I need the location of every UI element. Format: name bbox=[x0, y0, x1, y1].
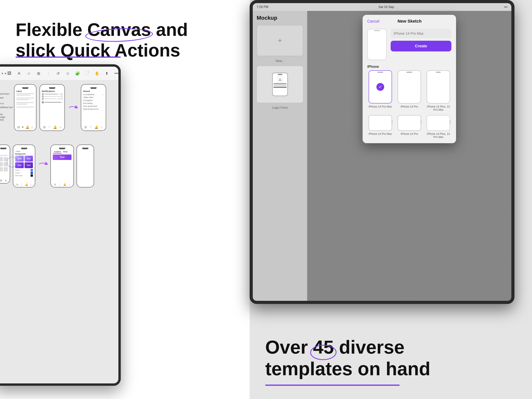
arrow-2 bbox=[38, 161, 48, 167]
ipad-right-device: 7:28 PM Sat 24 Sep ••• Mockup + New... bbox=[250, 0, 514, 304]
dialog-overlay: Cancel New Sketch bbox=[307, 11, 511, 301]
canvas-word: Canvas bbox=[87, 19, 151, 40]
device-landscape-3[interactable]: iPhone 14 Plus, 13Pro Max bbox=[425, 115, 451, 139]
device-label-1: iPhone 14 Pro Max bbox=[369, 105, 392, 108]
toolbar-dot-3 bbox=[5, 73, 6, 74]
wf-notch-6 bbox=[59, 148, 65, 149]
device-frame-land-2[interactable] bbox=[398, 115, 421, 131]
small-phone-content bbox=[273, 76, 287, 89]
emoji-icon[interactable]: ☺ bbox=[65, 70, 71, 77]
doc-icon[interactable]: 📄 bbox=[84, 70, 90, 77]
device-label-land-3: iPhone 14 Plus, 13Pro Max bbox=[427, 132, 450, 139]
note-bullet1: text bbox=[0, 113, 14, 116]
canvas-item-login[interactable] bbox=[257, 66, 303, 103]
image-icon[interactable]: 🖼 bbox=[6, 70, 13, 77]
dialog-phone-notch bbox=[374, 30, 380, 31]
side-button-1 bbox=[392, 120, 392, 124]
dialog-name-input[interactable] bbox=[391, 29, 451, 38]
login-preview bbox=[272, 73, 288, 96]
mockup-title: Mockup bbox=[257, 15, 303, 21]
grid-icon[interactable]: ⊞ bbox=[35, 70, 42, 77]
right-section: 7:28 PM Sat 24 Sep ••• Mockup + New... bbox=[250, 0, 532, 399]
status-more: ••• bbox=[504, 5, 507, 9]
checkmark-icon: ✓ bbox=[376, 83, 384, 91]
wf-notch-7 bbox=[82, 148, 89, 149]
device-notch-1 bbox=[377, 72, 383, 73]
ipad-toolbar: 🖼 A ☆ ⊞ | ↺ ☺ 🧩 📄 ✋ ⬆ ••• 🔒 🎧 89% bbox=[0, 67, 118, 80]
side-button-3 bbox=[450, 120, 450, 124]
arrow-1 bbox=[68, 105, 78, 110]
bottom-line1: Over 45 diverse bbox=[265, 336, 430, 358]
headline-underline bbox=[16, 57, 121, 58]
wf-notch-3 bbox=[90, 87, 97, 89]
dialog-title: New Sketch bbox=[398, 19, 422, 24]
text-icon[interactable]: A bbox=[16, 70, 22, 77]
bottom-headline: Over 45 diverse templates on hand bbox=[265, 336, 430, 380]
sep: | bbox=[45, 70, 51, 77]
svg-point-0 bbox=[7, 157, 17, 167]
wf-likes: Likes ⊞ ♥ 🔔 bbox=[14, 84, 36, 131]
device-frame-2[interactable] bbox=[398, 70, 421, 103]
toolbar-dot-2 bbox=[1, 73, 3, 74]
dialog-header: Cancel New Sketch bbox=[363, 15, 456, 26]
left-section: Flexible Canvas and slick Quick Actions … bbox=[0, 0, 253, 399]
wf-notch-4 bbox=[0, 148, 6, 149]
dialog-create-btn[interactable]: Create bbox=[391, 41, 451, 51]
ipad-right-screen: 7:28 PM Sat 24 Sep ••• Mockup + New... bbox=[253, 3, 511, 301]
number-45: 45 bbox=[313, 336, 334, 358]
more-icon[interactable]: ••• bbox=[113, 70, 118, 77]
dialog-cancel-btn[interactable]: Cancel bbox=[367, 19, 379, 24]
device-label-2: iPhone 14 Pro bbox=[401, 105, 418, 108]
device-notch-2 bbox=[406, 72, 412, 73]
wireframe-top-row: Likes ⊞ ♥ 🔔 bbox=[14, 84, 106, 131]
mockup-sidebar: Mockup + New... bbox=[253, 11, 307, 301]
device-grid-portrait: ✓ iPhone 14 Pro Max iPhone 14 Pro bbox=[363, 70, 456, 115]
device-landscape-2[interactable]: iPhone 14 Pro bbox=[396, 115, 422, 139]
wf-empty-bottom: ⊞ ● bbox=[0, 179, 8, 182]
canvas-area[interactable]: sound from saved from a predefined set t… bbox=[0, 80, 118, 383]
device-frame-land-1[interactable] bbox=[369, 115, 392, 131]
device-iphone14pro[interactable]: iPhone 14 Pro bbox=[396, 70, 422, 111]
note-line2: from a predefined set bbox=[0, 102, 14, 109]
small-phone-preview bbox=[272, 73, 288, 96]
wf-likes-title: Likes bbox=[16, 90, 34, 92]
device-notch-3 bbox=[436, 72, 441, 73]
dialog-input-area: Create bbox=[391, 29, 451, 51]
mockup-app: Mockup + New... bbox=[253, 11, 511, 301]
hand-icon[interactable]: ✋ bbox=[94, 70, 100, 77]
wf-sound-bottom: ⊞ ♡ 🔔 ○ bbox=[83, 125, 104, 129]
side-button-2 bbox=[421, 120, 421, 124]
wf-notifications: Notifications 1h 55m bbox=[39, 84, 65, 131]
new-label: New... bbox=[257, 59, 303, 63]
device-label-land-1: iPhone 14 Pro Max bbox=[369, 132, 392, 135]
wf-gradient-preview: Gradient Photo Text ⊞ ♡ 🔔 ○ bbox=[51, 145, 74, 187]
share-icon[interactable]: ⬆ bbox=[104, 70, 110, 77]
device-grid-landscape: iPhone 14 Pro Max iPhone 14 Pro bbox=[363, 115, 456, 143]
wf-grad-bottom: ⊞ ♡ 🔔 ○ bbox=[53, 183, 71, 186]
device-iphone14promax[interactable]: ✓ iPhone 14 Pro Max bbox=[367, 70, 393, 111]
dialog-preview-area: Create bbox=[363, 26, 456, 63]
bottom-underline bbox=[265, 385, 399, 386]
dialog-phone-preview bbox=[367, 29, 387, 60]
toolbar-icons[interactable]: 🖼 A ☆ ⊞ | ↺ ☺ 🧩 📄 ✋ ⬆ ••• bbox=[6, 70, 118, 77]
wf-likes-bottom: ⊞ ♥ 🔔 ○ bbox=[16, 125, 34, 129]
wf-sound: Sound Accomplished✓ Chillen Vibes Courag… bbox=[81, 84, 106, 131]
device-frame-land-3[interactable] bbox=[427, 115, 450, 131]
device-frame-3[interactable] bbox=[427, 70, 450, 103]
puzzle-icon[interactable]: 🧩 bbox=[74, 70, 81, 77]
iphone-section-title: iPhone bbox=[363, 63, 456, 70]
wf-notch-2 bbox=[49, 87, 55, 89]
device-frame-1[interactable]: ✓ bbox=[369, 70, 392, 103]
wf-notif-title: Notifications bbox=[42, 90, 63, 92]
wf-notif-bottom: ⊞ ♡ 🔔 ○ bbox=[42, 125, 63, 129]
home-indicator bbox=[398, 297, 421, 298]
wf-notch-1 bbox=[22, 87, 28, 89]
device-landscape-1[interactable]: iPhone 14 Pro Max bbox=[367, 115, 393, 139]
device-iphone14plus[interactable]: iPhone 14 Plus, 13Pro Max bbox=[425, 70, 451, 111]
dialog-box[interactable]: Cancel New Sketch bbox=[363, 15, 456, 143]
ipad-left-device: 🖼 A ☆ ⊞ | ↺ ☺ 🧩 📄 ✋ ⬆ ••• 🔒 🎧 89% bbox=[0, 64, 121, 386]
star-icon[interactable]: ☆ bbox=[26, 70, 32, 77]
canvas-item-new[interactable]: + bbox=[257, 25, 303, 56]
toolbar-dots bbox=[0, 73, 6, 74]
rotate-icon[interactable]: ↺ bbox=[55, 70, 61, 77]
